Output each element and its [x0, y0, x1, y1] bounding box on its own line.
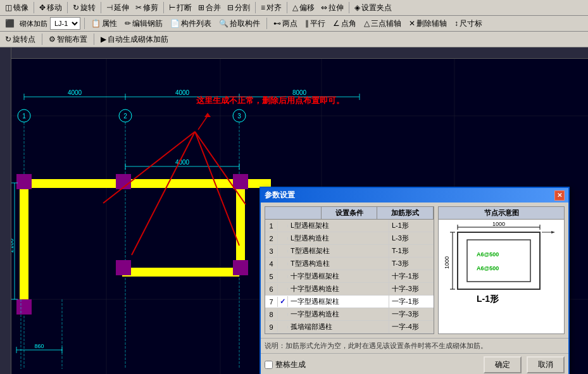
toolbar-rotatepoint[interactable]: ↻ 旋转点: [3, 34, 38, 46]
toolbar-edit-rebar[interactable]: ✏ 编辑钢筋: [122, 18, 165, 30]
toolbar-extend[interactable]: ⊣ 延伸: [104, 2, 132, 14]
toolbar-autogen[interactable]: ▶ 自动生成砌体加筋: [98, 34, 171, 46]
table-row[interactable]: 7 ✓ 一字型遇框架柱 一字-1形: [265, 296, 434, 308]
table-row[interactable]: 2 L型遇构造柱 L-3形: [265, 232, 434, 245]
table-row[interactable]: 6 十字型遇构造柱 十字-3形: [265, 283, 434, 296]
merge-icon: ⊞: [198, 3, 204, 12]
td-num-6: 7: [265, 297, 278, 307]
td-check-6: ✓: [278, 296, 288, 307]
td-condition-8: 孤墙端部遇柱: [288, 321, 389, 333]
table-row[interactable]: 3 T型遇框架柱 T-1形: [265, 245, 434, 258]
edit-rebar-label: 编辑钢筋: [132, 18, 163, 29]
toolbar-mirror[interactable]: ◫ 镜像: [3, 2, 31, 14]
masonry-icon: ⬛: [5, 19, 15, 28]
merge-label: 合并: [206, 3, 221, 13]
td-form-8: 一字-4形: [389, 321, 434, 333]
toolbar-break[interactable]: ⊢ 打断: [166, 2, 194, 14]
align-icon: ≡: [261, 3, 265, 12]
toolbar-dimension[interactable]: ↕ 尺寸标: [452, 18, 485, 30]
svg-text:A6@500: A6@500: [477, 265, 499, 271]
table-row[interactable]: 1 L型遇框架柱 L-1形: [265, 220, 434, 232]
divider3: [101, 2, 101, 13]
td-condition-5: 十字型遇构造柱: [288, 283, 389, 295]
divider7: [349, 2, 349, 13]
td-form-1: L-3形: [389, 232, 434, 244]
dialog-title-bar[interactable]: 参数设置 ✕: [261, 188, 568, 203]
table-row[interactable]: 5 十字型遇框架柱 十字-1形: [265, 270, 434, 283]
break-icon: ⊢: [169, 3, 175, 12]
td-condition-0: L型遇框架柱: [288, 220, 389, 232]
td-check-4: [278, 275, 288, 278]
dialog-close-button[interactable]: ✕: [554, 190, 565, 201]
toolbar-pick-member[interactable]: 🔍 拾取构件: [216, 18, 263, 30]
offset-label: 偏移: [299, 3, 315, 13]
dialog-body: 设置条件 加筋形式 1 L型遇框架柱 L-1形 2 L型遇构造柱 L-3形 3 …: [261, 203, 568, 338]
table-row[interactable]: 9 孤墙端部遇柱 一字-4形: [265, 321, 434, 333]
table-row[interactable]: 4 T型遇构造柱 T-3形: [265, 258, 434, 270]
node-title: 节点示意图: [439, 207, 564, 220]
toolbar-offset[interactable]: △ 偏移: [290, 2, 317, 14]
toolbar-member-list[interactable]: 📄 构件列表: [168, 18, 214, 30]
member-list-label: 构件列表: [181, 18, 211, 29]
toolbar-move[interactable]: ✥ 移动: [37, 2, 65, 14]
toolbar-stretch[interactable]: ⇔ 拉伸: [318, 2, 346, 14]
td-num-8: 9: [265, 322, 278, 332]
toolbar-parallel[interactable]: ∥ 平行: [303, 18, 328, 30]
divider8: [84, 18, 85, 29]
type-select[interactable]: LJ-1: [50, 17, 80, 30]
td-num-0: 1: [265, 221, 278, 231]
ok-button[interactable]: 确定: [484, 356, 522, 373]
table-header: 设置条件 加筋形式: [265, 206, 434, 220]
toolbar-pointangle[interactable]: ∠ 点角: [330, 18, 359, 30]
divider6: [287, 2, 287, 13]
dialog-title-text: 参数设置: [265, 190, 295, 201]
toolbar-del-aux[interactable]: ✕ 删除辅轴: [406, 18, 449, 30]
node-section: 节点示意图 1000: [438, 206, 565, 334]
member-list-icon: 📄: [170, 19, 180, 28]
divider9: [266, 18, 267, 29]
cancel-button[interactable]: 取消: [527, 356, 565, 373]
type-icon-btn: ⬛: [3, 18, 17, 28]
divider5: [255, 2, 256, 13]
toolbar-trim[interactable]: ✂ 修剪: [133, 2, 161, 14]
toolbar-rotate[interactable]: ↻ 旋转: [70, 2, 98, 14]
toolbar-split[interactable]: ⊟ 分割: [225, 2, 253, 14]
divider4: [163, 2, 164, 13]
threepoint-icon: △: [364, 19, 370, 28]
toolbar-third: ↻ 旋转点 ⚙ 智能布置 ▶ 自动生成砌体加筋: [0, 32, 588, 47]
toolbar-twopoint[interactable]: ⊷ 两点: [271, 18, 300, 30]
toolbar-align[interactable]: ≡ 对齐: [258, 2, 284, 14]
toolbar-smartlayout[interactable]: ⚙ 智能布置: [46, 34, 90, 46]
toolbar-merge[interactable]: ⊞ 合并: [196, 2, 223, 14]
td-condition-2: T型遇框架柱: [288, 245, 389, 257]
ruler-top: [0, 47, 588, 59]
td-form-0: L-1形: [389, 220, 434, 232]
table-row[interactable]: 8 一字型遇构造柱 一字-3形: [265, 308, 434, 321]
svg-text:3: 3: [237, 113, 241, 120]
twopoint-icon: ⊷: [273, 19, 281, 28]
toolbar-setpoint[interactable]: ◈ 设置夹点: [352, 2, 394, 14]
stretch-label: 拉伸: [328, 3, 344, 13]
rotatepoint-icon: ↻: [5, 35, 11, 44]
wholefull-checkbox[interactable]: [265, 361, 273, 369]
stretch-icon: ⇔: [321, 3, 327, 12]
del-aux-icon: ✕: [409, 19, 415, 28]
twopoint-label: 两点: [282, 18, 297, 29]
trim-label: 修剪: [143, 3, 158, 13]
edit-rebar-icon: ✏: [125, 19, 131, 28]
svg-text:1000: 1000: [444, 256, 450, 269]
td-num-5: 6: [265, 284, 278, 294]
svg-rect-58: [467, 240, 530, 282]
dialog-description: 说明：加筋形式允许为空，此时在遇见该设置条件时将不生成砌体加筋。: [261, 338, 568, 353]
setpoint-icon: ◈: [354, 3, 360, 12]
toolbar-property[interactable]: 📋 属性: [89, 18, 120, 30]
wholefull-label: 整栋生成: [275, 359, 306, 370]
mirror-label: 镜像: [13, 3, 28, 13]
checkbox-row: 整栋生成: [265, 359, 479, 370]
toolbar-threepoint[interactable]: △ 三点辅轴: [361, 18, 404, 30]
svg-text:860: 860: [34, 343, 44, 349]
autogen-label: 自动生成砌体加筋: [108, 34, 168, 45]
th-form: 加筋形式: [377, 207, 434, 219]
td-num-7: 8: [265, 309, 278, 320]
td-condition-6: 一字型遇框架柱: [288, 296, 389, 308]
